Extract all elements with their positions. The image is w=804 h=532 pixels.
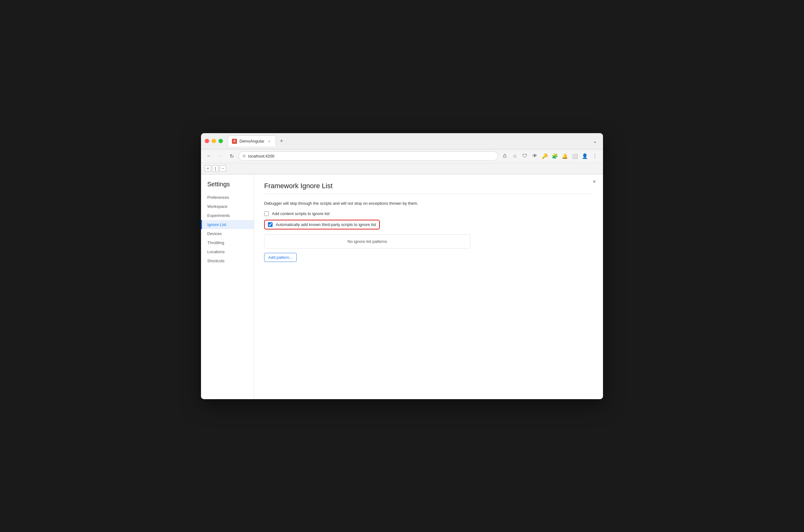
traffic-lights bbox=[205, 139, 223, 143]
minimize-button[interactable] bbox=[212, 139, 216, 143]
menu-icon[interactable]: ⋮ bbox=[591, 152, 599, 160]
panel-description: Debugger will skip through the scripts a… bbox=[264, 201, 593, 207]
new-tab-button[interactable]: + bbox=[277, 137, 286, 145]
patterns-box: No ignore list patterns bbox=[264, 234, 471, 248]
add-pattern-button[interactable]: Add pattern... bbox=[264, 253, 296, 262]
tab-favicon: A bbox=[232, 139, 237, 144]
extension1-icon[interactable]: 👁 bbox=[531, 152, 539, 160]
puzzle-icon[interactable]: 🧩 bbox=[551, 152, 559, 160]
sidebar-item-workspace[interactable]: Workspace bbox=[201, 202, 254, 211]
third-party-scripts-label: Automatically add known third-party scri… bbox=[276, 222, 376, 227]
location-icon: ⊙ bbox=[243, 154, 246, 158]
checkbox-row-content-scripts: Add content scripts to ignore list bbox=[264, 211, 593, 216]
sidebar-item-ignore-list[interactable]: Ignore List bbox=[201, 220, 254, 229]
profile-icon[interactable]: 👤 bbox=[580, 152, 589, 160]
sidebar-item-locations[interactable]: Locations bbox=[201, 247, 254, 256]
reload-button[interactable]: ↻ bbox=[227, 152, 236, 160]
bell-icon[interactable]: 🔔 bbox=[560, 152, 569, 160]
sidebar-item-devices[interactable]: Devices bbox=[201, 229, 254, 238]
address-bar[interactable]: ⊙ localhost:4200 bbox=[238, 151, 498, 161]
maximize-button[interactable] bbox=[218, 139, 223, 143]
panel-title: Framework Ignore List bbox=[264, 182, 593, 190]
zoom-bar-button: | bbox=[212, 165, 218, 172]
sidebar-item-preferences[interactable]: Preferences bbox=[201, 193, 254, 202]
settings-sidebar: Settings Preferences Workspace Experimen… bbox=[201, 174, 254, 399]
address-text: localhost:4200 bbox=[248, 154, 274, 158]
tab-bar: A DemoAngular × + bbox=[228, 135, 591, 147]
sidebar-item-shortcuts[interactable]: Shortcuts bbox=[201, 256, 254, 265]
tab-close-button[interactable]: × bbox=[267, 139, 272, 144]
sidebar-item-experiments[interactable]: Experiments bbox=[201, 211, 254, 220]
browser-window: A DemoAngular × + ⌄ ← → ↻ ⊙ localhost:42… bbox=[201, 133, 603, 399]
content-panel: × Framework Ignore List Debugger will sk… bbox=[254, 174, 603, 399]
back-button[interactable]: ← bbox=[205, 152, 213, 160]
tab-title: DemoAngular bbox=[240, 139, 265, 144]
title-divider bbox=[264, 194, 593, 194]
patterns-empty-text: No ignore list patterns bbox=[348, 239, 387, 244]
main-content: Settings Preferences Workspace Experimen… bbox=[201, 174, 603, 399]
sidebar-toggle-icon[interactable]: ⬜ bbox=[571, 152, 579, 160]
title-bar: A DemoAngular × + ⌄ bbox=[201, 133, 603, 149]
zoom-plus-button[interactable]: + bbox=[205, 165, 211, 172]
sidebar-item-throttling[interactable]: Throttling bbox=[201, 238, 254, 247]
close-panel-button[interactable]: × bbox=[591, 178, 598, 186]
devtools-bar: + | − bbox=[201, 163, 603, 174]
shield-icon[interactable]: 🛡 bbox=[520, 152, 529, 160]
third-party-scripts-checkbox[interactable] bbox=[268, 222, 273, 227]
browser-controls: ← → ↻ ⊙ localhost:4200 ⎙ ☆ 🛡 👁 🔑 🧩 🔔 ⬜ 👤… bbox=[201, 149, 603, 163]
extension2-icon[interactable]: 🔑 bbox=[540, 152, 549, 160]
zoom-minus-button[interactable]: − bbox=[220, 165, 226, 172]
active-tab[interactable]: A DemoAngular × bbox=[228, 135, 276, 147]
content-scripts-checkbox[interactable] bbox=[264, 211, 269, 216]
window-dropdown[interactable]: ⌄ bbox=[591, 137, 599, 145]
star-icon[interactable]: ☆ bbox=[511, 152, 519, 160]
close-button[interactable] bbox=[205, 139, 209, 143]
browser-actions: ⎙ ☆ 🛡 👁 🔑 🧩 🔔 ⬜ 👤 ⋮ bbox=[500, 152, 599, 160]
share-icon[interactable]: ⎙ bbox=[500, 152, 509, 160]
forward-button[interactable]: → bbox=[216, 152, 225, 160]
content-scripts-label: Add content scripts to ignore list bbox=[272, 211, 329, 216]
highlighted-checkbox-row: Automatically add known third-party scri… bbox=[264, 220, 380, 229]
sidebar-header: Settings bbox=[201, 179, 254, 193]
